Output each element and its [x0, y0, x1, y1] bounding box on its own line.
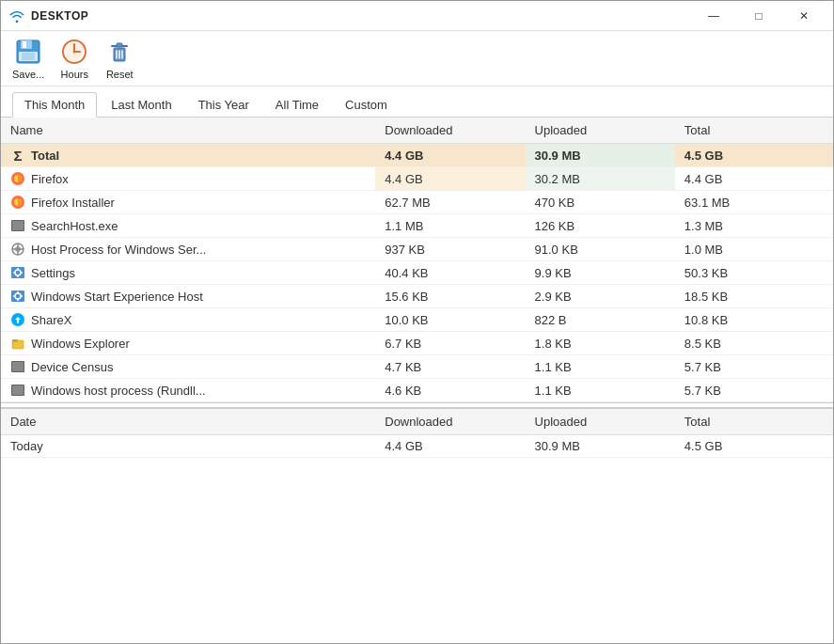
tab-this-month[interactable]: This Month	[12, 92, 97, 118]
save-label: Save...	[12, 69, 44, 80]
row-total: 1.0 MB	[675, 238, 833, 261]
table-row[interactable]: Windows host process (Rundll... 4.6 KB 1…	[1, 379, 833, 402]
row-name-cell: Windows host process (Rundll...	[1, 379, 375, 402]
col-downloaded: Downloaded	[375, 118, 525, 144]
table-row[interactable]: Settings 40.4 KB 9.9 KB 50.3 KB	[1, 261, 833, 285]
row-uploaded: 822 B	[526, 308, 675, 332]
table-row[interactable]: ShareX 10.0 KB 822 B 10.8 KB	[1, 308, 833, 332]
hours-label: Hours	[61, 69, 88, 80]
row-downloaded: 4.4 GB	[375, 167, 525, 191]
minimize-button[interactable]: —	[692, 1, 735, 31]
row-total: 4.5 GB	[675, 144, 833, 167]
row-total: 18.5 KB	[675, 285, 833, 308]
row-name-cell: Windows Start Experience Host	[1, 285, 375, 308]
table-row[interactable]: Windows Explorer 6.7 KB 1.8 KB 8.5 KB	[1, 332, 833, 355]
save-icon	[13, 37, 43, 67]
table-row[interactable]: Firefox Installer 62.7 MB 470 KB 63.1 MB	[1, 191, 833, 214]
row-name: Host Process for Windows Ser...	[31, 243, 206, 257]
row-total: 1.3 MB	[675, 214, 833, 238]
summary-table-section: Date Downloaded Uploaded Total Today 4.4…	[1, 407, 833, 458]
rundll-icon	[10, 383, 25, 398]
table-row[interactable]: Today 4.4 GB 30.9 MB 4.5 GB	[1, 435, 833, 458]
reset-button[interactable]: Reset	[104, 37, 134, 80]
row-name-cell: Firefox	[1, 167, 375, 191]
svg-rect-43	[12, 362, 24, 371]
row-uploaded: 30.2 MB	[526, 167, 675, 191]
tab-custom[interactable]: Custom	[333, 92, 400, 117]
table-row[interactable]: Σ Total 4.4 GB 30.9 MB 4.5 GB	[1, 144, 833, 167]
row-total: 8.5 KB	[675, 332, 833, 355]
row-downloaded: 4.4 GB	[375, 144, 525, 167]
tab-all-time[interactable]: All Time	[263, 92, 331, 117]
summary-table-body: Today 4.4 GB 30.9 MB 4.5 GB	[1, 435, 833, 458]
svg-rect-40	[12, 339, 18, 342]
toolbar: Save... Hours	[1, 31, 833, 86]
host-process-icon	[10, 242, 25, 257]
row-name: Settings	[31, 266, 75, 280]
row-name: Device Census	[31, 360, 113, 374]
row-downloaded: 40.4 KB	[375, 261, 525, 285]
close-button[interactable]: ✕	[782, 1, 826, 31]
row-total: 4.4 GB	[675, 167, 833, 191]
row-name-cell: SearchHost.exe	[1, 214, 375, 238]
table-row[interactable]: Windows Start Experience Host 15.6 KB 2.…	[1, 285, 833, 308]
reset-icon	[104, 37, 134, 67]
wifi-icon	[8, 8, 25, 24]
svg-rect-4	[22, 53, 35, 60]
row-name: Firefox	[31, 172, 69, 186]
main-window: DESKTOP — □ ✕ Save...	[0, 0, 834, 644]
row-name: ShareX	[31, 313, 71, 327]
row-uploaded: 91.0 KB	[526, 238, 675, 261]
firefox-installer-icon	[10, 195, 25, 210]
svg-rect-2	[23, 41, 26, 48]
row-downloaded: 62.7 MB	[375, 191, 525, 214]
tab-this-year[interactable]: This Year	[186, 92, 261, 117]
row-name: Firefox Installer	[31, 196, 115, 210]
summary-table-header: Date Downloaded Uploaded Total	[1, 409, 833, 435]
row-downloaded: 6.7 KB	[375, 332, 525, 355]
table-row[interactable]: Firefox 4.4 GB 30.2 MB 4.4 GB	[1, 167, 833, 191]
summary-col-downloaded: Downloaded	[375, 409, 525, 435]
row-total: 10.8 KB	[675, 308, 833, 332]
tab-bar: This Month Last Month This Year All Time…	[1, 86, 833, 118]
svg-point-9	[73, 51, 76, 54]
table-row[interactable]: Host Process for Windows Ser... 937 KB 9…	[1, 238, 833, 261]
title-bar: DESKTOP — □ ✕	[1, 1, 833, 31]
row-uploaded: 1.1 KB	[526, 355, 675, 379]
row-name-cell: Σ Total	[1, 144, 375, 167]
row-uploaded: 9.9 KB	[526, 261, 675, 285]
main-table-body: Σ Total 4.4 GB 30.9 MB 4.5 GB	[1, 144, 833, 402]
save-button[interactable]: Save...	[12, 37, 44, 80]
start-experience-icon	[10, 289, 25, 304]
section-divider	[1, 402, 833, 403]
summary-downloaded: 4.4 GB	[375, 435, 525, 458]
row-downloaded: 15.6 KB	[375, 285, 525, 308]
settings-icon	[10, 265, 25, 280]
row-name: SearchHost.exe	[31, 219, 118, 233]
table-row[interactable]: Device Census 4.7 KB 1.1 KB 5.7 KB	[1, 355, 833, 379]
hours-button[interactable]: Hours	[59, 37, 89, 80]
summary-uploaded: 30.9 MB	[526, 435, 675, 458]
summary-total: 4.5 GB	[675, 435, 833, 458]
row-name: Windows Start Experience Host	[31, 290, 203, 304]
reset-label: Reset	[106, 69, 134, 80]
row-name-cell: Device Census	[1, 355, 375, 379]
main-table-header: Name Downloaded Uploaded Total	[1, 118, 833, 144]
table-row[interactable]: SearchHost.exe 1.1 MB 126 KB 1.3 MB	[1, 214, 833, 238]
row-downloaded: 937 KB	[375, 238, 525, 261]
tab-last-month[interactable]: Last Month	[99, 92, 183, 117]
title-bar-controls: — □ ✕	[692, 1, 826, 31]
summary-col-total: Total	[675, 409, 833, 435]
svg-rect-21	[12, 221, 24, 230]
row-uploaded: 1.1 KB	[526, 379, 675, 402]
sigma-icon: Σ	[10, 148, 25, 163]
row-name-cell: Settings	[1, 261, 375, 285]
svg-rect-12	[117, 43, 122, 47]
col-name: Name	[1, 118, 375, 144]
row-total: 5.7 KB	[675, 355, 833, 379]
summary-col-uploaded: Uploaded	[526, 409, 675, 435]
row-uploaded: 1.8 KB	[526, 332, 675, 355]
row-uploaded: 30.9 MB	[526, 144, 675, 167]
maximize-button[interactable]: □	[737, 1, 780, 31]
row-downloaded: 4.7 KB	[375, 355, 525, 379]
